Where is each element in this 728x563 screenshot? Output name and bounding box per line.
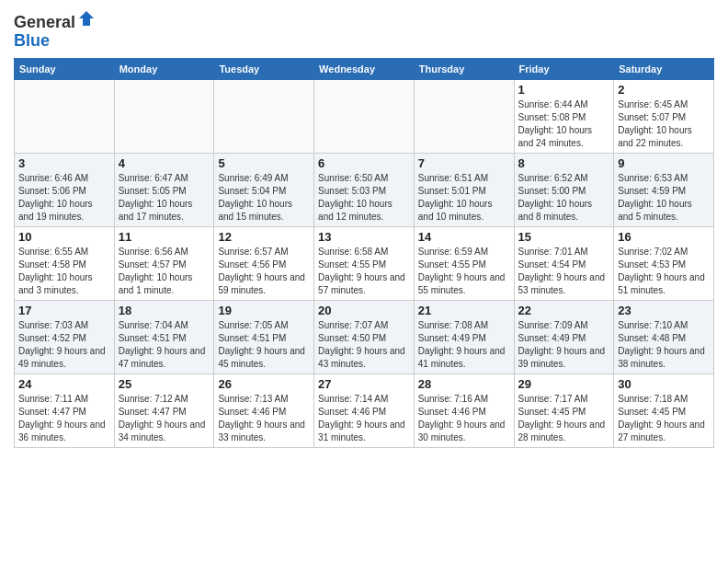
day-number: 29: [518, 377, 610, 391]
calendar-cell: 26Sunrise: 7:13 AM Sunset: 4:46 PM Dayli…: [214, 373, 314, 447]
logo: General Blue: [14, 9, 96, 51]
day-info: Sunrise: 7:03 AM Sunset: 4:52 PM Dayligh…: [18, 319, 110, 371]
day-header-saturday: Saturday: [614, 58, 714, 79]
day-header-friday: Friday: [514, 58, 614, 79]
calendar-cell: 27Sunrise: 7:14 AM Sunset: 4:46 PM Dayli…: [314, 373, 415, 447]
calendar-cell: 24Sunrise: 7:11 AM Sunset: 4:47 PM Dayli…: [15, 373, 115, 447]
day-info: Sunrise: 6:51 AM Sunset: 5:01 PM Dayligh…: [418, 172, 510, 224]
day-number: 24: [18, 377, 110, 391]
week-row-0: 1Sunrise: 6:44 AM Sunset: 5:08 PM Daylig…: [15, 79, 714, 153]
calendar-cell: [314, 79, 415, 153]
day-number: 5: [218, 156, 310, 170]
calendar-cell: 12Sunrise: 6:57 AM Sunset: 4:56 PM Dayli…: [214, 226, 314, 300]
calendar-cell: 21Sunrise: 7:08 AM Sunset: 4:49 PM Dayli…: [414, 300, 514, 373]
calendar-cell: 19Sunrise: 7:05 AM Sunset: 4:51 PM Dayli…: [214, 300, 314, 373]
day-info: Sunrise: 6:47 AM Sunset: 5:05 PM Dayligh…: [119, 172, 210, 224]
calendar-cell: 7Sunrise: 6:51 AM Sunset: 5:01 PM Daylig…: [414, 153, 514, 226]
day-number: 13: [318, 230, 410, 244]
calendar-cell: 16Sunrise: 7:02 AM Sunset: 4:53 PM Dayli…: [614, 226, 714, 300]
week-row-4: 24Sunrise: 7:11 AM Sunset: 4:47 PM Dayli…: [15, 373, 714, 447]
calendar-cell: 11Sunrise: 6:56 AM Sunset: 4:57 PM Dayli…: [114, 226, 214, 300]
calendar-cell: 22Sunrise: 7:09 AM Sunset: 4:49 PM Dayli…: [514, 300, 614, 373]
calendar-cell: 17Sunrise: 7:03 AM Sunset: 4:52 PM Dayli…: [15, 300, 115, 373]
logo-bird-icon: [77, 9, 96, 28]
day-number: 6: [318, 156, 410, 170]
calendar-cell: 4Sunrise: 6:47 AM Sunset: 5:05 PM Daylig…: [114, 153, 214, 226]
day-number: 4: [119, 156, 210, 170]
day-header-monday: Monday: [114, 58, 214, 79]
calendar-cell: 1Sunrise: 6:44 AM Sunset: 5:08 PM Daylig…: [514, 79, 614, 153]
calendar-table: SundayMondayTuesdayWednesdayThursdayFrid…: [14, 58, 714, 448]
day-info: Sunrise: 7:08 AM Sunset: 4:49 PM Dayligh…: [418, 319, 510, 371]
day-info: Sunrise: 6:50 AM Sunset: 5:03 PM Dayligh…: [318, 172, 410, 224]
day-number: 23: [618, 304, 710, 317]
day-header-sunday: Sunday: [15, 58, 115, 79]
day-number: 7: [418, 156, 510, 170]
calendar-cell: 8Sunrise: 6:52 AM Sunset: 5:00 PM Daylig…: [514, 153, 614, 226]
day-info: Sunrise: 7:09 AM Sunset: 4:49 PM Dayligh…: [518, 319, 610, 371]
day-number: 20: [318, 304, 410, 317]
day-number: 18: [119, 304, 210, 317]
day-header-wednesday: Wednesday: [314, 58, 415, 79]
day-info: Sunrise: 6:46 AM Sunset: 5:06 PM Dayligh…: [18, 172, 110, 224]
day-info: Sunrise: 6:44 AM Sunset: 5:08 PM Dayligh…: [518, 98, 610, 150]
day-info: Sunrise: 7:05 AM Sunset: 4:51 PM Dayligh…: [218, 319, 310, 371]
day-number: 11: [119, 230, 210, 244]
day-info: Sunrise: 7:17 AM Sunset: 4:45 PM Dayligh…: [518, 393, 610, 444]
calendar-cell: 20Sunrise: 7:07 AM Sunset: 4:50 PM Dayli…: [314, 300, 415, 373]
calendar-cell: 6Sunrise: 6:50 AM Sunset: 5:03 PM Daylig…: [314, 153, 415, 226]
day-info: Sunrise: 6:58 AM Sunset: 4:55 PM Dayligh…: [318, 246, 410, 297]
logo-blue: Blue: [14, 31, 50, 50]
day-number: 9: [618, 156, 710, 170]
calendar-cell: [114, 79, 214, 153]
calendar-cell: 30Sunrise: 7:18 AM Sunset: 4:45 PM Dayli…: [614, 373, 714, 447]
day-header-thursday: Thursday: [414, 58, 514, 79]
day-info: Sunrise: 6:49 AM Sunset: 5:04 PM Dayligh…: [218, 172, 310, 224]
calendar-cell: 18Sunrise: 7:04 AM Sunset: 4:51 PM Dayli…: [114, 300, 214, 373]
svg-marker-0: [79, 11, 94, 26]
logo-blue-text: Blue: [14, 32, 96, 51]
day-info: Sunrise: 6:55 AM Sunset: 4:58 PM Dayligh…: [18, 246, 110, 297]
day-header-tuesday: Tuesday: [214, 58, 314, 79]
day-info: Sunrise: 6:59 AM Sunset: 4:55 PM Dayligh…: [418, 246, 510, 297]
day-info: Sunrise: 7:14 AM Sunset: 4:46 PM Dayligh…: [318, 393, 410, 444]
day-number: 3: [18, 156, 110, 170]
day-number: 26: [218, 377, 310, 391]
day-number: 10: [18, 230, 110, 244]
day-info: Sunrise: 6:57 AM Sunset: 4:56 PM Dayligh…: [218, 246, 310, 297]
day-number: 15: [518, 230, 610, 244]
day-info: Sunrise: 7:01 AM Sunset: 4:54 PM Dayligh…: [518, 246, 610, 297]
day-info: Sunrise: 7:10 AM Sunset: 4:48 PM Dayligh…: [618, 319, 710, 371]
calendar-cell: 9Sunrise: 6:53 AM Sunset: 4:59 PM Daylig…: [614, 153, 714, 226]
day-info: Sunrise: 7:18 AM Sunset: 4:45 PM Dayligh…: [618, 393, 710, 444]
calendar-cell: [414, 79, 514, 153]
day-number: 8: [518, 156, 610, 170]
calendar-cell: 3Sunrise: 6:46 AM Sunset: 5:06 PM Daylig…: [15, 153, 115, 226]
week-row-1: 3Sunrise: 6:46 AM Sunset: 5:06 PM Daylig…: [15, 153, 714, 226]
calendar-cell: 14Sunrise: 6:59 AM Sunset: 4:55 PM Dayli…: [414, 226, 514, 300]
day-info: Sunrise: 6:56 AM Sunset: 4:57 PM Dayligh…: [119, 246, 210, 297]
calendar-cell: 29Sunrise: 7:17 AM Sunset: 4:45 PM Dayli…: [514, 373, 614, 447]
day-number: 22: [518, 304, 610, 317]
day-number: 27: [318, 377, 410, 391]
day-info: Sunrise: 7:13 AM Sunset: 4:46 PM Dayligh…: [218, 393, 310, 444]
day-number: 14: [418, 230, 510, 244]
day-number: 17: [18, 304, 110, 317]
day-info: Sunrise: 6:53 AM Sunset: 4:59 PM Dayligh…: [618, 172, 710, 224]
week-row-3: 17Sunrise: 7:03 AM Sunset: 4:52 PM Dayli…: [15, 300, 714, 373]
day-number: 30: [618, 377, 710, 391]
page-container: General Blue SundayMondayTuesdayWednesda…: [0, 0, 728, 457]
calendar-cell: 5Sunrise: 6:49 AM Sunset: 5:04 PM Daylig…: [214, 153, 314, 226]
calendar-cell: 15Sunrise: 7:01 AM Sunset: 4:54 PM Dayli…: [514, 226, 614, 300]
calendar-cell: 25Sunrise: 7:12 AM Sunset: 4:47 PM Dayli…: [114, 373, 214, 447]
logo-general: General: [14, 13, 75, 31]
header-row: SundayMondayTuesdayWednesdayThursdayFrid…: [15, 58, 714, 79]
calendar-cell: [214, 79, 314, 153]
calendar-cell: 2Sunrise: 6:45 AM Sunset: 5:07 PM Daylig…: [614, 79, 714, 153]
day-info: Sunrise: 7:07 AM Sunset: 4:50 PM Dayligh…: [318, 319, 410, 371]
day-number: 1: [518, 83, 610, 97]
day-info: Sunrise: 7:04 AM Sunset: 4:51 PM Dayligh…: [119, 319, 210, 371]
day-info: Sunrise: 7:12 AM Sunset: 4:47 PM Dayligh…: [119, 393, 210, 444]
day-number: 21: [418, 304, 510, 317]
day-number: 28: [418, 377, 510, 391]
